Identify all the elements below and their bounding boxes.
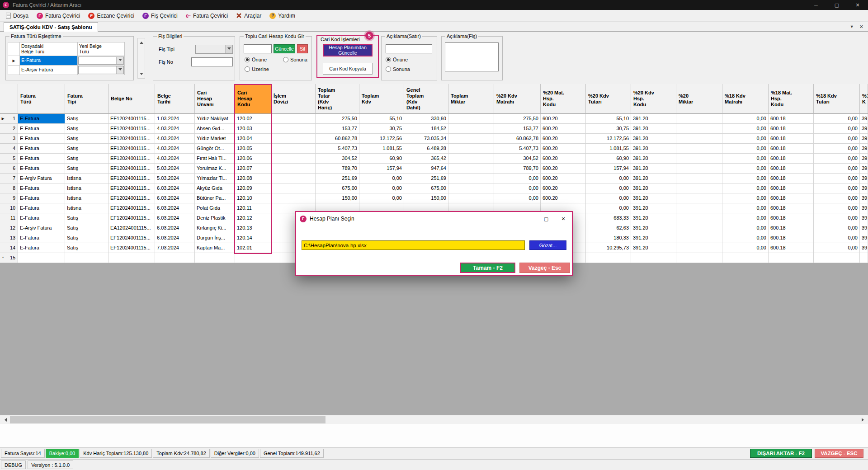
cell-9-fatura-turu[interactable]: E-Fatura [18,193,65,203]
cell-6-kdv20-tutari[interactable]: 157,94 [586,164,631,174]
menu-item-yardim[interactable]: ?Yardım [265,10,299,21]
cell-7-islem-dovizi[interactable] [271,174,316,183]
cell-8-kdv18-tutari[interactable]: 0,00 [814,183,860,193]
cell-9-cari-hesap-unvani[interactable]: Bütüner Pa... [195,193,235,203]
cell-10-kdv20-hsp-kodu[interactable]: 391.20 [631,203,676,213]
cell-1-kdv20-miktar[interactable] [676,114,722,124]
cell-2-kdv20-tutari[interactable]: 30,75 [586,124,631,134]
cell-6-kdv18-hsp-kodu-partial[interactable]: 39 [860,164,868,174]
cell-13-kdv18-hsp-kodu-partial[interactable]: 39 [860,233,868,243]
cell-10-kdv18-mat-hsp-kodu[interactable]: 600.18 [769,203,814,213]
cell-3-kdv20-matrahi[interactable]: 60.862,78 [494,134,541,144]
cell-2-kdv20-miktar[interactable] [676,124,722,134]
cell-8-belge-tarihi[interactable]: 6.03.2024 [155,183,195,193]
cell-7-cari-hesap-unvani[interactable]: Yılmazlar Ti... [195,174,235,183]
row-header-11[interactable]: 11 [0,213,18,223]
cell-9-kdv20-hsp-kodu[interactable]: 391.20 [631,193,676,203]
cell-9-fatura-tipi[interactable]: Istisna [65,193,108,203]
cell-1-fatura-turu[interactable]: E-Fatura [18,114,65,124]
cell-8-kdv20-tutari[interactable]: 0,00 [586,183,631,193]
cell-1-toplam-miktar[interactable] [448,114,494,124]
cell-11-kdv18-matrahi[interactable]: 0,00 [722,213,769,223]
cell-5-kdv20-hsp-kodu[interactable]: 391.20 [631,154,676,164]
cell-11-cari-hesap-unvani[interactable]: Deniz Plastik [195,213,235,223]
cell-9-kdv20-tutari[interactable]: 0,00 [586,193,631,203]
chevron-down-icon[interactable] [116,66,123,74]
cell-7-kdv20-tutari[interactable]: 0,00 [586,174,631,183]
cell-4-kdv18-matrahi[interactable]: 0,00 [722,144,769,154]
cell-5-belge-tarihi[interactable]: 4.03.2024 [155,154,195,164]
cell-7-kdv18-hsp-kodu-partial[interactable]: 39 [860,174,868,183]
cell-8-fatura-turu[interactable]: E-Fatura [18,183,65,193]
row-header-12[interactable]: 12 [0,223,18,233]
aciklama-satir-input[interactable] [386,44,432,53]
cell-3-belge-tarihi[interactable]: 4.03.2024 [155,134,195,144]
row-header-7[interactable]: 7 [0,174,18,183]
cell-11-kdv20-tutari[interactable]: 683,33 [586,213,631,223]
cell-12-kdv18-tutari[interactable]: 0,00 [814,223,860,233]
column-header-fatura-tipi[interactable]: Fatura Tipi [65,84,108,114]
cell-5-toplam-miktar[interactable] [448,154,494,164]
cell-9-kdv18-hsp-kodu-partial[interactable]: 39 [860,193,868,203]
cell-6-genel-toplam[interactable]: 947,64 [404,164,448,174]
tab-close-icon[interactable]: ✕ [859,24,863,30]
cell-2-toplam-tutar[interactable]: 153,77 [316,124,359,134]
row-header-1[interactable]: ▶1 [0,114,18,124]
radio-sonuna[interactable]: Sonuna [283,57,307,62]
cell-3-cari-hesap-unvani[interactable]: Yıldız Market [195,134,235,144]
cell-7-toplam-kdv[interactable]: 0,00 [359,174,404,183]
cell-11-cari-hesap-kodu[interactable]: 120.12 [235,213,271,223]
cell-3-kdv18-mat-hsp-kodu[interactable]: 600.18 [769,134,814,144]
cell-9-genel-toplam[interactable]: 150,00 [404,193,448,203]
cell-2-toplam-miktar[interactable] [448,124,494,134]
column-header-kdv20-miktar[interactable]: %20 Miktar [676,84,722,114]
gozat-button[interactable]: Gözat... [529,240,566,250]
menu-item-eczane-cevirici[interactable]: EEczane Çevirici [84,10,138,21]
cell-7-belge-no[interactable]: EF12024001115... [108,174,155,183]
row-header-5[interactable]: 5 [0,154,18,164]
sil-button[interactable]: Sil [297,44,308,53]
cell-13-kdv20-hsp-kodu[interactable]: 391.20 [631,233,676,243]
column-header-toplam-kdv[interactable]: Toplam Kdv [359,84,404,114]
cell-1-fatura-tipi[interactable]: Satış [65,114,108,124]
cell-2-islem-dovizi[interactable] [271,124,316,134]
cell-7-kdv20-miktar[interactable] [676,174,722,183]
cell-6-cari-hesap-unvani[interactable]: Yorulmaz K... [195,164,235,174]
cell-4-kdv18-tutari[interactable]: 0,00 [814,144,860,154]
cell-5-fatura-tipi[interactable]: Satış [65,154,108,164]
cell-15-fatura-tipi[interactable] [65,253,108,263]
cell-3-islem-dovizi[interactable] [271,134,316,144]
cell-7-kdv20-matrahi[interactable]: 0,00 [494,174,541,183]
cell-8-belge-no[interactable]: EF12024001115... [108,183,155,193]
radio-uzerine[interactable]: Üzerine [245,66,269,72]
cell-6-kdv20-mat-hsp-kodu[interactable]: 600.20 [541,164,586,174]
cell-2-kdv18-hsp-kodu-partial[interactable]: 39 [860,124,868,134]
cell-6-kdv18-tutari[interactable]: 0,00 [814,164,860,174]
cell-8-kdv18-hsp-kodu-partial[interactable]: 39 [860,183,868,193]
cell-15-belge-no[interactable] [108,253,155,263]
cell-14-belge-no[interactable]: EF12024001115... [108,243,155,253]
cell-15-kdv20-tutari[interactable] [586,253,631,263]
row-header-14[interactable]: 14 [0,243,18,253]
cell-6-kdv20-miktar[interactable] [676,164,722,174]
mapping-grid-scrollbar[interactable] [137,38,145,79]
cell-10-kdv18-matrahi[interactable]: 0,00 [722,203,769,213]
column-header-cari-hesap-kodu[interactable]: Cari Hesap Kodu [235,84,271,114]
cell-7-kdv20-mat-hsp-kodu[interactable]: 600.20 [541,174,586,183]
tab-list-dropdown-icon[interactable]: ▼ [850,24,854,29]
cell-1-belge-tarihi[interactable]: 1.03.2024 [155,114,195,124]
cell-6-toplam-tutar[interactable]: 789,70 [316,164,359,174]
cell-13-belge-no[interactable]: EF12024001115... [108,233,155,243]
cell-2-toplam-kdv[interactable]: 30,75 [359,124,404,134]
cell-8-toplam-miktar[interactable] [448,183,494,193]
cell-7-toplam-miktar[interactable] [448,174,494,183]
cell-9-toplam-kdv[interactable]: 0,00 [359,193,404,203]
row-header-6[interactable]: 6 [0,164,18,174]
cell-11-kdv18-hsp-kodu-partial[interactable]: 39 [860,213,868,223]
cell-3-toplam-miktar[interactable] [448,134,494,144]
column-header-kdv18-matrahi[interactable]: %18 Kdv Matrahı [722,84,769,114]
row-header-3[interactable]: 3 [0,134,18,144]
close-button[interactable]: ✕ [847,0,868,10]
cell-6-kdv20-hsp-kodu[interactable]: 391.20 [631,164,676,174]
cell-10-kdv20-miktar[interactable] [676,203,722,213]
